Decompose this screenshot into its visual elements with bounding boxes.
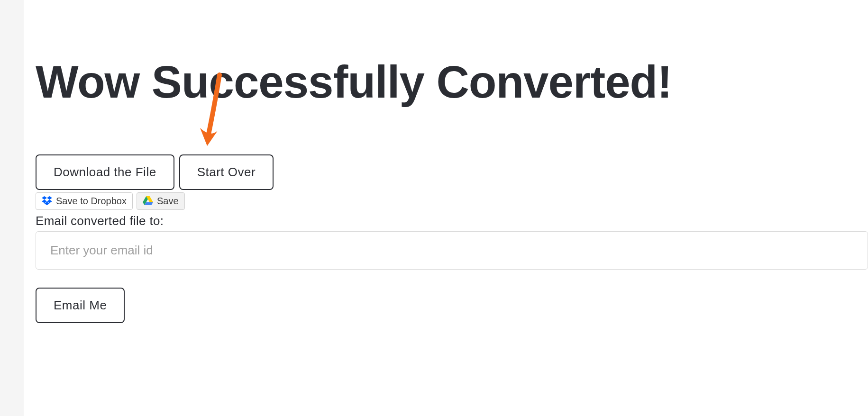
left-margin-bar — [0, 0, 24, 416]
content-area: Wow Successfully Converted! Download the… — [36, 0, 868, 323]
save-to-dropbox-button[interactable]: Save to Dropbox — [36, 192, 133, 210]
download-file-button[interactable]: Download the File — [36, 154, 174, 190]
cloud-save-row: Save to Dropbox Save — [36, 192, 868, 210]
success-heading: Wow Successfully Converted! — [36, 57, 868, 107]
email-me-button[interactable]: Email Me — [36, 288, 125, 323]
start-over-button[interactable]: Start Over — [179, 154, 274, 190]
save-to-gdrive-button[interactable]: Save — [137, 192, 185, 210]
primary-button-row: Download the File Start Over — [36, 154, 868, 190]
email-label: Email converted file to: — [36, 214, 868, 228]
google-drive-icon — [143, 196, 153, 206]
dropbox-icon — [42, 196, 52, 206]
email-input[interactable] — [36, 231, 868, 270]
dropbox-button-label: Save to Dropbox — [56, 196, 127, 207]
gdrive-button-label: Save — [157, 196, 179, 207]
